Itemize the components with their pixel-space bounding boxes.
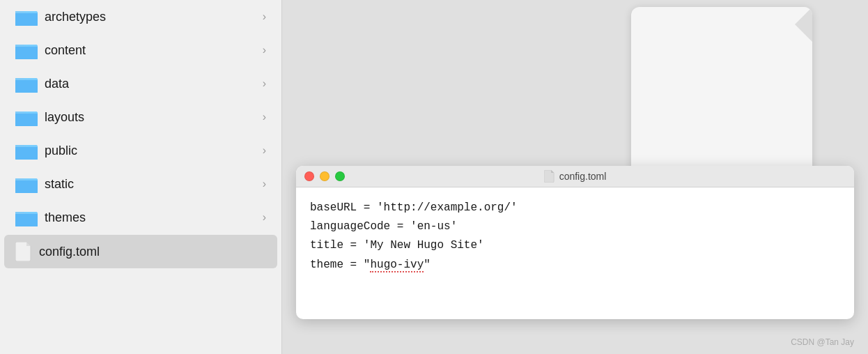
sidebar-item-label: archetypes (45, 10, 256, 24)
folder-icon (15, 41, 38, 59)
sidebar-item-themes[interactable]: themes › (4, 201, 277, 233)
folder-icon (15, 175, 38, 193)
file-title-icon (544, 170, 555, 183)
watermark: CSDN @Tan Jay (791, 337, 854, 347)
chevron-right-icon: › (263, 178, 266, 190)
chevron-right-icon: › (263, 111, 266, 123)
close-button[interactable] (304, 171, 314, 181)
sidebar-item-label: themes (45, 210, 256, 225)
sidebar-item-config-toml[interactable]: config.toml (4, 235, 277, 268)
doc-preview (631, 7, 812, 174)
folder-icon (15, 8, 38, 26)
code-window-titlebar: config.toml (296, 166, 854, 187)
chevron-right-icon: › (263, 10, 266, 23)
code-window: config.toml baseURL = 'http://example.or… (296, 166, 854, 319)
minimize-button[interactable] (320, 171, 330, 181)
sidebar-item-public[interactable]: public › (4, 134, 277, 167)
file-icon (15, 242, 32, 261)
chevron-right-icon: › (263, 211, 266, 224)
sidebar-item-label: config.toml (39, 245, 266, 259)
sidebar-item-data[interactable]: data › (4, 68, 277, 100)
folder-icon (15, 108, 38, 126)
chevron-right-icon: › (263, 144, 266, 157)
sidebar-item-content[interactable]: content › (4, 34, 277, 66)
sidebar-item-label: data (45, 77, 256, 91)
sidebar-item-label: public (45, 144, 256, 158)
underlined-word: hugo-ivy (370, 259, 424, 272)
sidebar-item-archetypes[interactable]: archetypes › (4, 1, 277, 33)
traffic-lights (304, 171, 345, 181)
sidebar-item-label: layouts (45, 110, 256, 125)
window-title-text: config.toml (559, 171, 607, 182)
code-line: title = 'My New Hugo Site' (310, 236, 840, 255)
folder-icon (15, 75, 38, 93)
folder-icon (15, 141, 38, 160)
code-line: theme = "hugo-ivy" (310, 256, 840, 275)
window-title: config.toml (544, 170, 607, 183)
code-line: languageCode = 'en-us' (310, 217, 840, 236)
sidebar-item-label: content (45, 43, 256, 58)
chevron-right-icon: › (263, 77, 266, 90)
code-body: baseURL = 'http://example.org/'languageC… (296, 187, 854, 286)
sidebar-item-static[interactable]: static › (4, 168, 277, 200)
code-line: baseURL = 'http://example.org/' (310, 199, 840, 217)
content-area: config.toml baseURL = 'http://example.or… (282, 0, 868, 354)
folder-icon (15, 208, 38, 226)
maximize-button[interactable] (335, 171, 345, 181)
sidebar-item-layouts[interactable]: layouts › (4, 101, 277, 133)
main-container: archetypes › (0, 0, 868, 354)
doc-corner-fold (777, 7, 812, 42)
sidebar-item-label: static (45, 177, 256, 192)
chevron-right-icon: › (263, 44, 266, 56)
sidebar: archetypes › (0, 0, 282, 354)
